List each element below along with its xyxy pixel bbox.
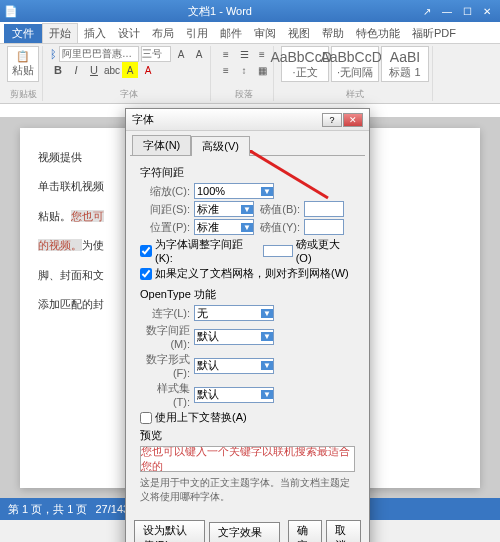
numbering-icon[interactable]: ☰ — [236, 46, 252, 62]
tab-file[interactable]: 文件 — [4, 24, 42, 43]
position-select[interactable]: 标准▼ — [194, 219, 254, 235]
style-heading1[interactable]: AaBI标题 1 — [381, 46, 429, 82]
scale-select[interactable]: 100%▼ — [194, 183, 274, 199]
numspacing-select[interactable]: 默认▼ — [194, 329, 274, 345]
highlight-icon[interactable]: A — [122, 62, 138, 78]
dialog-tab-font[interactable]: 字体(N) — [132, 135, 191, 155]
tab-special[interactable]: 特色功能 — [350, 24, 406, 43]
align-left-icon[interactable]: ≡ — [254, 46, 270, 62]
position-label: 位置(P): — [140, 220, 190, 235]
kerning-checkbox[interactable] — [140, 245, 152, 257]
bullets-icon[interactable]: ≡ — [218, 46, 234, 62]
tab-help[interactable]: 帮助 — [316, 24, 350, 43]
preview-text: 您也可以键入一个关键字以联机搜索最适合您的 — [141, 446, 354, 472]
ligatures-select[interactable]: 无▼ — [194, 305, 274, 321]
tab-view[interactable]: 视图 — [282, 24, 316, 43]
set-default-button[interactable]: 设为默认值(D) — [134, 520, 205, 542]
style-nospacing[interactable]: AaBbCcDd·无间隔 — [331, 46, 379, 82]
position-amt-label: 磅值(Y): — [258, 220, 300, 235]
dialog-close-icon[interactable]: ✕ — [343, 113, 363, 127]
share-icon[interactable]: ↗ — [418, 4, 436, 18]
preview-box: 您也可以键入一个关键字以联机搜索最适合您的 — [140, 446, 355, 472]
paste-label: 粘贴 — [12, 63, 34, 78]
tab-pdf[interactable]: 福昕PDF — [406, 24, 462, 43]
tab-mailings[interactable]: 邮件 — [214, 24, 248, 43]
tab-design[interactable]: 设计 — [112, 24, 146, 43]
grid-label: 如果定义了文档网格，则对齐到网格(W) — [155, 266, 349, 281]
title-bar: 📄 文档1 - Word ↗ — ☐ ✕ — [0, 0, 500, 22]
status-page[interactable]: 第 1 页，共 1 页 — [8, 502, 87, 517]
tab-references[interactable]: 引用 — [180, 24, 214, 43]
contextalt-label: 使用上下文替换(A) — [155, 410, 247, 425]
font-group-label: 字体 — [50, 88, 207, 101]
grid-checkbox[interactable] — [140, 268, 152, 280]
bluetooth-icon[interactable]: ᛒ — [50, 48, 57, 60]
numform-label: 数字形式(F): — [140, 352, 190, 379]
bold-icon[interactable]: B — [50, 62, 66, 78]
paste-button[interactable]: 📋 粘贴 — [7, 46, 39, 82]
dialog-title: 字体 — [132, 112, 154, 127]
dialog-footer: 设为默认值(D) 文字效果(E)… 确定 取消 — [126, 516, 369, 542]
dropdown-icon: ▼ — [261, 332, 273, 341]
group-font: ᛒ 阿里巴巴普惠… 三号 A A B I U abc A A 字体 — [47, 46, 211, 101]
paragraph-label: 段落 — [218, 88, 270, 101]
scale-label: 缩放(C): — [140, 184, 190, 199]
maximize-icon[interactable]: ☐ — [458, 4, 476, 18]
clipboard-label: 剪贴板 — [7, 88, 39, 101]
dialog-tab-advanced[interactable]: 高级(V) — [191, 136, 250, 156]
tab-layout[interactable]: 布局 — [146, 24, 180, 43]
shrink-font-icon[interactable]: A — [191, 46, 207, 62]
numspacing-label: 数字间距(M): — [140, 323, 190, 350]
paste-icon: 📋 — [16, 50, 30, 63]
dialog-tabs: 字体(N) 高级(V) — [126, 131, 369, 155]
ligatures-label: 连字(L): — [140, 306, 190, 321]
kerning-input[interactable] — [263, 245, 293, 257]
preview-label: 预览 — [140, 428, 355, 443]
dialog-help-icon[interactable]: ? — [322, 113, 342, 127]
group-paragraph: ≡ ☰ ≡ ≡ ↕ ▦ 段落 — [215, 46, 274, 101]
shading-icon[interactable]: ▦ — [254, 62, 270, 78]
spacing-amt-label: 磅值(B): — [258, 202, 300, 217]
dropdown-icon: ▼ — [261, 361, 273, 370]
styles-label: 样式 — [281, 88, 429, 101]
cancel-button[interactable]: 取消 — [326, 520, 361, 542]
position-amt-input[interactable] — [304, 219, 344, 235]
preview-note: 这是用于中文的正文主题字体。当前文档主题定义将使用哪种字体。 — [140, 476, 355, 504]
ok-button[interactable]: 确定 — [288, 520, 323, 542]
group-clipboard: 📋 粘贴 剪贴板 — [4, 46, 43, 101]
dropdown-icon: ▼ — [261, 309, 273, 318]
ribbon-tabs: 文件 开始 插入 设计 布局 引用 邮件 审阅 视图 帮助 特色功能 福昕PDF — [0, 22, 500, 44]
grow-font-icon[interactable]: A — [173, 46, 189, 62]
dropdown-icon: ▼ — [241, 205, 253, 214]
doc-title: 文档1 - Word — [22, 4, 418, 19]
italic-icon[interactable]: I — [68, 62, 84, 78]
close-icon[interactable]: ✕ — [478, 4, 496, 18]
tab-review[interactable]: 审阅 — [248, 24, 282, 43]
strike-icon[interactable]: abc — [104, 62, 120, 78]
ribbon: 📋 粘贴 剪贴板 ᛒ 阿里巴巴普惠… 三号 A A B I U abc A A … — [0, 44, 500, 104]
contextalt-checkbox[interactable] — [140, 412, 152, 424]
section-spacing: 字符间距 — [140, 165, 355, 180]
font-color-icon[interactable]: A — [140, 62, 156, 78]
align-center-icon[interactable]: ≡ — [218, 62, 234, 78]
text-effects-button[interactable]: 文字效果(E)… — [209, 522, 280, 543]
font-size-select[interactable]: 三号 — [141, 46, 171, 62]
font-dialog: 字体 ? ✕ 字体(N) 高级(V) 字符间距 缩放(C): 100%▼ 间距(… — [125, 108, 370, 542]
tab-home[interactable]: 开始 — [42, 23, 78, 43]
spacing-label: 间距(S): — [140, 202, 190, 217]
kerning-unit: 磅或更大(O) — [296, 237, 355, 264]
line-spacing-icon[interactable]: ↕ — [236, 62, 252, 78]
numform-select[interactable]: 默认▼ — [194, 358, 274, 374]
spacing-amt-input[interactable] — [304, 201, 344, 217]
window-controls: ↗ — ☐ ✕ — [418, 4, 496, 18]
underline-icon[interactable]: U — [86, 62, 102, 78]
tab-insert[interactable]: 插入 — [78, 24, 112, 43]
group-styles: AaBbCcDd·正文 AaBbCcDd·无间隔 AaBI标题 1 样式 — [278, 46, 433, 101]
styleset-select[interactable]: 默认▼ — [194, 387, 274, 403]
minimize-icon[interactable]: — — [438, 4, 456, 18]
dialog-titlebar[interactable]: 字体 ? ✕ — [126, 109, 369, 131]
spacing-select[interactable]: 标准▼ — [194, 201, 254, 217]
font-name-select[interactable]: 阿里巴巴普惠… — [59, 46, 139, 62]
dropdown-icon: ▼ — [261, 187, 273, 196]
app-icon: 📄 — [4, 5, 18, 18]
